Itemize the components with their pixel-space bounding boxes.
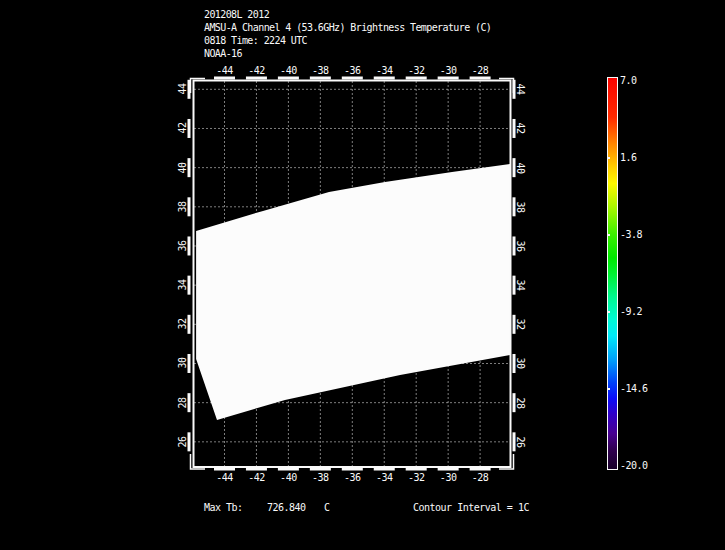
x-tick-label-top: -28	[462, 65, 498, 76]
colorbar-tick-label: -9.2	[620, 306, 642, 317]
colorbar	[607, 77, 618, 470]
y-tick-label-left: 30	[177, 358, 188, 369]
y-tick-label-left: 28	[177, 397, 188, 408]
x-tick-label-top: -44	[207, 65, 243, 76]
y-tick-label-right: 38	[515, 201, 526, 212]
y-tick-label-right: 26	[515, 436, 526, 447]
x-tick-label-bottom: -42	[238, 472, 274, 483]
y-tick-label-left: 38	[177, 201, 188, 212]
x-tick-label-bottom: -44	[207, 472, 243, 483]
x-tick-label-top: -42	[238, 65, 274, 76]
colorbar-tick-mark	[607, 157, 610, 159]
y-tick-label-right: 40	[515, 162, 526, 173]
amsu-plot-page: 201208L 2012 AMSU-A Channel 4 (53.6GHz) …	[0, 0, 725, 550]
y-tick-label-right: 44	[515, 84, 526, 95]
x-tick-label-bottom: -40	[270, 472, 306, 483]
max-tb-value: 726.840	[267, 502, 306, 513]
y-tick-label-right: 30	[515, 358, 526, 369]
x-tick-label-bottom: -30	[430, 472, 466, 483]
y-tick-label-left: 36	[177, 240, 188, 251]
colorbar-tick-mark	[607, 234, 610, 236]
x-tick-label-bottom: -38	[302, 472, 338, 483]
x-tick-label-bottom: -32	[398, 472, 434, 483]
colorbar-tick-mark	[607, 388, 610, 390]
y-tick-label-left: 26	[177, 436, 188, 447]
y-tick-label-right: 36	[515, 240, 526, 251]
x-tick-label-top: -30	[430, 65, 466, 76]
y-tick-label-right: 42	[515, 123, 526, 134]
y-tick-label-left: 44	[177, 84, 188, 95]
x-tick-label-top: -38	[302, 65, 338, 76]
colorbar-tick-mark	[607, 311, 610, 313]
y-tick-label-right: 34	[515, 280, 526, 291]
colorbar-tick-label: 1.6	[620, 152, 637, 163]
x-tick-label-top: -32	[398, 65, 434, 76]
colorbar-tick-label: -3.8	[620, 229, 642, 240]
y-tick-label-left: 42	[177, 123, 188, 134]
y-tick-label-left: 40	[177, 162, 188, 173]
colorbar-tick-label: -14.6	[620, 383, 648, 394]
max-tb-label: Max Tb:	[204, 502, 243, 513]
contour-interval-text: Contour Interval = 1C	[413, 502, 529, 513]
y-tick-label-left: 34	[177, 280, 188, 291]
colorbar-tick-label: 7.0	[620, 75, 637, 86]
x-tick-label-top: -40	[270, 65, 306, 76]
colorbar-tick-label: -20.0	[620, 460, 648, 471]
x-tick-label-top: -36	[334, 65, 370, 76]
x-tick-label-bottom: -36	[334, 472, 370, 483]
y-tick-label-left: 32	[177, 319, 188, 330]
x-tick-label-bottom: -28	[462, 472, 498, 483]
y-tick-label-right: 28	[515, 397, 526, 408]
y-tick-label-right: 32	[515, 319, 526, 330]
x-tick-label-top: -34	[366, 65, 402, 76]
x-tick-label-bottom: -34	[366, 472, 402, 483]
max-tb-units: C	[324, 502, 330, 513]
